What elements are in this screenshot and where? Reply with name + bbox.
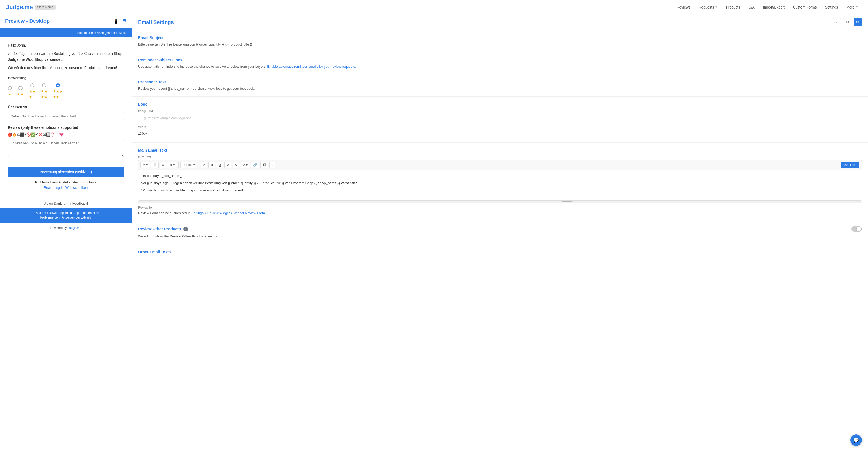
radio-1[interactable] <box>8 86 12 90</box>
toolbar-align[interactable]: ⊞ ▾ <box>167 162 177 168</box>
intro-text-label: Intro Text <box>138 155 862 159</box>
problems-link[interactable]: Bewertung im Web schreiben <box>8 185 124 191</box>
headline-section: Überschrift <box>8 104 124 121</box>
editor-scrollbar <box>138 201 862 203</box>
review-label: Review (only these emoticons supported <box>8 125 124 130</box>
rating-label: Bewertung <box>8 75 124 81</box>
headline-label: Überschrift <box>8 104 124 110</box>
other-email-texts-title: Other Email Texts <box>138 250 862 254</box>
review-form-link[interactable]: Settings > Review Widget > Widget Review… <box>191 211 266 215</box>
stars-4: ★★★★ <box>41 89 48 100</box>
problems-section: Probleme beim Ausfüllen des Formulars? B… <box>8 180 124 191</box>
nav-settings[interactable]: Settings <box>822 3 842 11</box>
store-badge: Store Name <box>35 5 56 9</box>
preheader-value: Review your recent {{ shop_name }} purch… <box>138 86 862 91</box>
image-url-label: Image URL <box>138 109 862 113</box>
requests-dropdown-arrow: ▼ <box>715 6 717 8</box>
email-problem-link[interactable]: Probleme beim Anzeigen der E-Mail? <box>75 31 126 35</box>
powered-by-link[interactable]: Judge.me <box>68 226 82 230</box>
review-other-toggle-row: Review Other Products ? <box>138 226 862 232</box>
review-form-text: Review Form can be customized in Setting… <box>138 211 862 216</box>
toolbar-highlight[interactable]: A <box>201 162 208 168</box>
email-subject-section: Email Subject Bitte bewerten Sie Ihre Be… <box>132 30 868 53</box>
preheader-title: Preheader Text <box>138 79 862 84</box>
editor-toolbar: ✏ ▾ ☰ ≡ ⊞ ▾ Roboto ▾ A B U ↺ ↻ A ▾ 🔗 🖼 ?… <box>138 160 862 170</box>
footer-problem-link[interactable]: Probleme beim Anzeigen der E-Mail? <box>5 216 126 219</box>
image-url-input[interactable] <box>138 114 862 122</box>
editor-line1: Hallo {{ buyer_first_name }}, <box>142 173 859 179</box>
nav-qa[interactable]: Q/A <box>745 3 758 11</box>
nav-reviews[interactable]: Reviews <box>673 3 694 11</box>
toolbar-list-unordered[interactable]: ☰ <box>151 162 159 168</box>
rating-1[interactable]: ★ <box>8 86 12 97</box>
radio-5[interactable] <box>56 83 60 87</box>
rating-4[interactable]: ★★★★ <box>41 83 48 100</box>
email-preview: Probleme beim Anzeigen der E-Mail? Hallo… <box>0 28 132 232</box>
chat-button[interactable]: 💬 <box>850 434 862 446</box>
right-panel: Email Settings ‹ ✉ ✉ Email Subject Bitte… <box>132 14 868 452</box>
toolbar-sep-2 <box>199 162 199 167</box>
mobile-icon[interactable]: 📱 <box>113 19 119 24</box>
preview-header: Preview - Desktop 📱 🖥 <box>0 14 132 28</box>
stars-3: ★★★ <box>29 89 36 100</box>
email-subject-title: Email Subject <box>138 35 862 40</box>
editor-content[interactable]: Hallo {{ buyer_first_name }}, vor {{ n_d… <box>138 170 862 201</box>
body-line2: Wir würden uns über Ihre Meinung zu unse… <box>8 65 124 71</box>
settings-title: Email Settings <box>138 20 174 25</box>
envelope-button[interactable]: ✉ <box>843 18 851 26</box>
email-subject-value: Bitte bewerten Sie Ihre Bestellung von {… <box>138 42 862 47</box>
email-active-button[interactable]: ✉ <box>854 18 862 26</box>
reminder-link[interactable]: Enable automatic reminder emails for you… <box>267 65 355 68</box>
rating-section: Bewertung ★ ★★ ★★★ <box>8 75 124 100</box>
rating-3[interactable]: ★★★ <box>29 83 36 100</box>
submit-button[interactable]: Bewertung absenden (verifiziert) <box>8 167 124 177</box>
review-other-products-section: Review Other Products ? We will not show… <box>132 221 868 245</box>
toolbar-html[interactable]: </> HTML <box>841 162 860 168</box>
thank-you: Vielen Dank für Ihr Feedback! <box>0 197 132 208</box>
scrollbar-thumb <box>562 201 572 202</box>
toolbar-redo[interactable]: ↻ <box>232 162 240 168</box>
review-other-help-icon[interactable]: ? <box>183 227 188 231</box>
rating-5[interactable]: ★★★★★ <box>53 83 63 100</box>
prev-button[interactable]: ‹ <box>833 18 841 26</box>
toolbar-bold[interactable]: B <box>209 162 215 168</box>
rating-2[interactable]: ★★ <box>17 86 24 97</box>
settings-nav-icons: ‹ ✉ ✉ <box>833 18 862 26</box>
logo-title: Logo <box>138 102 862 106</box>
toolbar-undo[interactable]: ↺ <box>224 162 231 168</box>
unsubscribe-link[interactable]: E-Mails mit Bewertungseinladungen abbest… <box>5 211 126 215</box>
email-footer: E-Mails mit Bewertungseinladungen abbest… <box>0 208 132 223</box>
review-other-title: Review Other Products <box>138 227 182 231</box>
toolbar-color[interactable]: A ▾ <box>241 162 250 168</box>
nav-products[interactable]: Products <box>722 3 744 11</box>
toolbar-pencil[interactable]: ✏ ▾ <box>141 162 150 168</box>
body-text: vor 14 Tagen haben wir Ihre Bestellung v… <box>8 51 124 62</box>
radio-3[interactable] <box>30 83 34 87</box>
nav-requests[interactable]: Requests ▼ <box>695 3 721 11</box>
radio-4[interactable] <box>42 83 46 87</box>
nav-custom-forms[interactable]: Custom Forms <box>789 3 820 11</box>
toolbar-list-ordered[interactable]: ≡ <box>160 162 166 168</box>
width-label: Width <box>138 125 862 129</box>
logo-text: Judge.me <box>6 4 33 10</box>
review-section: Review (only these emoticons supported 🎒… <box>8 125 124 159</box>
nav-import-export[interactable]: Import/Export <box>760 3 788 11</box>
toolbar-help[interactable]: ? <box>269 162 276 168</box>
toolbar-font[interactable]: Roboto ▾ <box>180 162 197 168</box>
review-other-toggle[interactable] <box>851 226 862 232</box>
toolbar-underline[interactable]: U <box>216 162 223 168</box>
desktop-icon[interactable]: 🖥 <box>122 19 126 24</box>
radio-2[interactable] <box>18 86 23 90</box>
editor-line2: vor {{ n_days_ago }} Tagen haben wir Ihr… <box>142 180 859 186</box>
nav-more[interactable]: More ▼ <box>843 3 862 11</box>
toolbar-image[interactable]: 🖼 <box>260 162 268 168</box>
toolbar-link[interactable]: 🔗 <box>251 162 259 168</box>
review-textarea[interactable] <box>8 139 124 157</box>
width-value: 130px <box>138 130 862 137</box>
powered-by: Powered by Judge.me <box>0 223 132 232</box>
headline-input[interactable] <box>8 112 124 121</box>
preview-title: Preview - Desktop <box>5 18 50 24</box>
problems-text: Probleme beim Ausfüllen des Formulars? <box>35 180 97 184</box>
logo-section: Logo Image URL Width 130px <box>132 97 868 143</box>
review-other-title-group: Review Other Products ? <box>138 227 188 231</box>
